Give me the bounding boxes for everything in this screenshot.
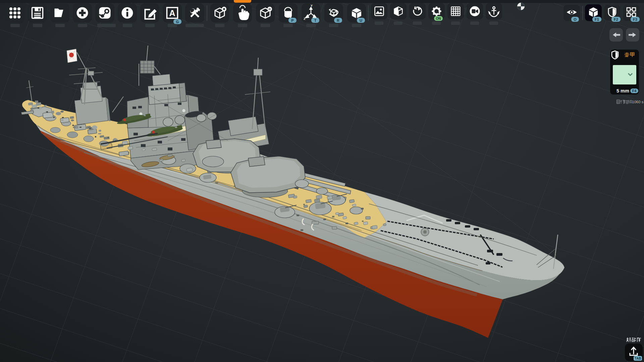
svg-text:Z: Z: [304, 17, 306, 20]
svg-text:TAB: TAB: [635, 357, 641, 360]
svg-text:F3: F3: [633, 17, 637, 21]
svg-text:R: R: [337, 18, 339, 22]
svg-text:F4: F4: [632, 89, 636, 93]
svg-text:A: A: [169, 8, 175, 18]
svg-text:T: T: [314, 18, 317, 22]
svg-text:U: U: [360, 18, 362, 22]
svg-text:1060 s: 1060 s: [632, 100, 644, 104]
svg-text:F2: F2: [614, 17, 618, 21]
svg-text:F1: F1: [595, 17, 599, 21]
svg-text:5 mm: 5 mm: [616, 88, 629, 94]
svg-text:Y: Y: [311, 4, 313, 7]
svg-text:G: G: [176, 20, 179, 24]
svg-text:O: O: [574, 17, 577, 21]
svg-text:ON: ON: [436, 17, 441, 20]
svg-text:P: P: [291, 18, 293, 22]
